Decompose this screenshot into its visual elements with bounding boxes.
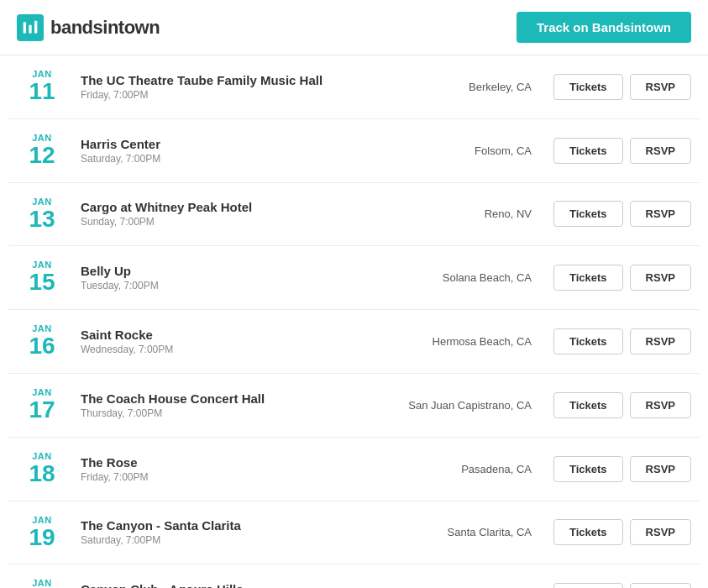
event-venue: Saint Rocke xyxy=(81,328,392,342)
event-day: 15 xyxy=(17,270,67,296)
events-list: JAN 11 The UC Theatre Taube Family Music… xyxy=(0,55,708,588)
event-actions: Tickets RSVP xyxy=(553,74,691,100)
event-date: JAN 17 xyxy=(17,387,67,423)
event-day: 18 xyxy=(17,461,67,487)
event-day: 16 xyxy=(17,333,67,360)
tickets-button[interactable]: Tickets xyxy=(553,265,623,291)
event-day: 17 xyxy=(17,397,67,423)
event-actions: Tickets RSVP xyxy=(553,519,691,545)
event-info: Harris Center Saturday, 7:00PM xyxy=(81,137,392,165)
page-wrapper: bandsintown Track on Bandsintown JAN 11 … xyxy=(0,0,708,588)
event-info: Canyon Club - Agoura Hills Sunday, 7:00P… xyxy=(81,582,392,588)
event-time: Tuesday, 7:00PM xyxy=(81,280,392,291)
event-location: Folsom, CA xyxy=(406,144,540,157)
svg-rect-0 xyxy=(24,22,26,33)
event-actions: Tickets RSVP xyxy=(553,328,691,354)
event-date: JAN 20 xyxy=(17,578,67,588)
rsvp-button[interactable]: RSVP xyxy=(630,456,691,482)
logo-area: bandsintown xyxy=(17,14,160,41)
header: bandsintown Track on Bandsintown xyxy=(0,0,708,55)
event-venue: The Rose xyxy=(81,455,392,470)
tickets-button[interactable]: Tickets xyxy=(553,456,623,482)
event-time: Sunday, 7:00PM xyxy=(81,216,392,228)
event-day: 11 xyxy=(17,79,67,105)
event-row: JAN 17 The Coach House Concert Hall Thur… xyxy=(8,374,700,438)
tickets-button[interactable]: Tickets xyxy=(553,392,623,418)
event-date: JAN 18 xyxy=(17,451,67,487)
event-month: JAN xyxy=(17,451,67,461)
bandsintown-logo-icon xyxy=(17,14,44,41)
event-info: Cargo at Whitney Peak Hotel Sunday, 7:00… xyxy=(81,200,392,228)
event-date: JAN 13 xyxy=(17,197,67,233)
event-month: JAN xyxy=(17,197,67,207)
event-venue: Belly Up xyxy=(81,264,392,278)
event-info: The UC Theatre Taube Family Music Hall F… xyxy=(81,73,392,101)
event-venue: Cargo at Whitney Peak Hotel xyxy=(81,200,392,214)
tickets-button[interactable]: Tickets xyxy=(553,74,623,100)
event-info: Saint Rocke Wednesday, 7:00PM xyxy=(81,328,392,355)
logo-text: bandsintown xyxy=(50,17,160,39)
rsvp-button[interactable]: RSVP xyxy=(630,265,691,291)
event-row: JAN 18 The Rose Friday, 7:00PM Pasadena,… xyxy=(8,438,700,501)
track-button[interactable]: Track on Bandsintown xyxy=(517,12,691,43)
tickets-button[interactable]: Tickets xyxy=(553,328,623,354)
event-time: Friday, 7:00PM xyxy=(81,471,392,483)
event-day: 12 xyxy=(17,143,67,169)
rsvp-button[interactable]: RSVP xyxy=(630,519,691,545)
event-venue: Canyon Club - Agoura Hills xyxy=(81,582,392,588)
tickets-button[interactable]: Tickets xyxy=(553,519,623,545)
event-actions: Tickets RSVP xyxy=(553,392,691,418)
svg-rect-1 xyxy=(29,24,31,33)
event-info: Belly Up Tuesday, 7:00PM xyxy=(81,264,392,291)
event-location: Hermosa Beach, CA xyxy=(406,335,540,348)
event-time: Saturday, 7:00PM xyxy=(81,153,392,165)
rsvp-button[interactable]: RSVP xyxy=(630,583,691,588)
rsvp-button[interactable]: RSVP xyxy=(630,328,691,354)
tickets-button[interactable]: Tickets xyxy=(553,138,623,164)
event-row: JAN 12 Harris Center Saturday, 7:00PM Fo… xyxy=(8,119,700,183)
event-location: Solana Beach, CA xyxy=(406,271,540,284)
event-month: JAN xyxy=(17,133,67,143)
tickets-button[interactable]: Tickets xyxy=(553,201,623,227)
logo-svg xyxy=(22,19,39,36)
event-location: Santa Clarita, CA xyxy=(406,526,540,538)
event-location: Reno, NV xyxy=(406,207,540,220)
event-actions: Tickets RSVP xyxy=(553,138,691,164)
event-time: Saturday, 7:00PM xyxy=(81,534,392,546)
event-row: JAN 19 The Canyon - Santa Clarita Saturd… xyxy=(8,501,700,565)
event-info: The Rose Friday, 7:00PM xyxy=(81,455,392,483)
event-month: JAN xyxy=(17,578,67,588)
event-actions: Tickets RSVP xyxy=(553,265,691,291)
event-location: Pasadena, CA xyxy=(406,463,540,475)
event-row: JAN 16 Saint Rocke Wednesday, 7:00PM Her… xyxy=(8,310,700,374)
event-actions: Tickets RSVP xyxy=(553,456,691,482)
event-actions: Tickets RSVP xyxy=(553,201,691,227)
event-date: JAN 11 xyxy=(17,69,67,105)
rsvp-button[interactable]: RSVP xyxy=(630,201,691,227)
rsvp-button[interactable]: RSVP xyxy=(630,392,691,418)
event-day: 13 xyxy=(17,207,67,233)
event-day: 19 xyxy=(17,525,67,551)
event-location: San Juan Capistrano, CA xyxy=(406,399,540,412)
event-venue: The UC Theatre Taube Family Music Hall xyxy=(81,73,392,87)
rsvp-button[interactable]: RSVP xyxy=(630,138,691,164)
svg-rect-2 xyxy=(34,20,37,33)
event-info: The Coach House Concert Hall Thursday, 7… xyxy=(81,391,392,419)
event-month: JAN xyxy=(17,515,67,525)
event-date: JAN 12 xyxy=(17,133,67,169)
event-date: JAN 19 xyxy=(17,515,67,551)
tickets-button[interactable]: Tickets xyxy=(553,583,623,588)
event-row: JAN 11 The UC Theatre Taube Family Music… xyxy=(8,55,700,119)
event-info: The Canyon - Santa Clarita Saturday, 7:0… xyxy=(81,518,392,546)
event-venue: The Canyon - Santa Clarita xyxy=(81,518,392,533)
rsvp-button[interactable]: RSVP xyxy=(630,74,691,100)
event-venue: Harris Center xyxy=(81,137,392,151)
event-row: JAN 15 Belly Up Tuesday, 7:00PM Solana B… xyxy=(8,246,700,310)
event-time: Thursday, 7:00PM xyxy=(81,407,392,419)
event-location: Berkeley, CA xyxy=(406,81,540,93)
event-row: JAN 20 Canyon Club - Agoura Hills Sunday… xyxy=(8,564,700,588)
event-venue: The Coach House Concert Hall xyxy=(81,391,392,406)
event-time: Wednesday, 7:00PM xyxy=(81,344,392,355)
event-actions: Tickets RSVP xyxy=(553,583,691,588)
event-time: Friday, 7:00PM xyxy=(81,89,392,101)
